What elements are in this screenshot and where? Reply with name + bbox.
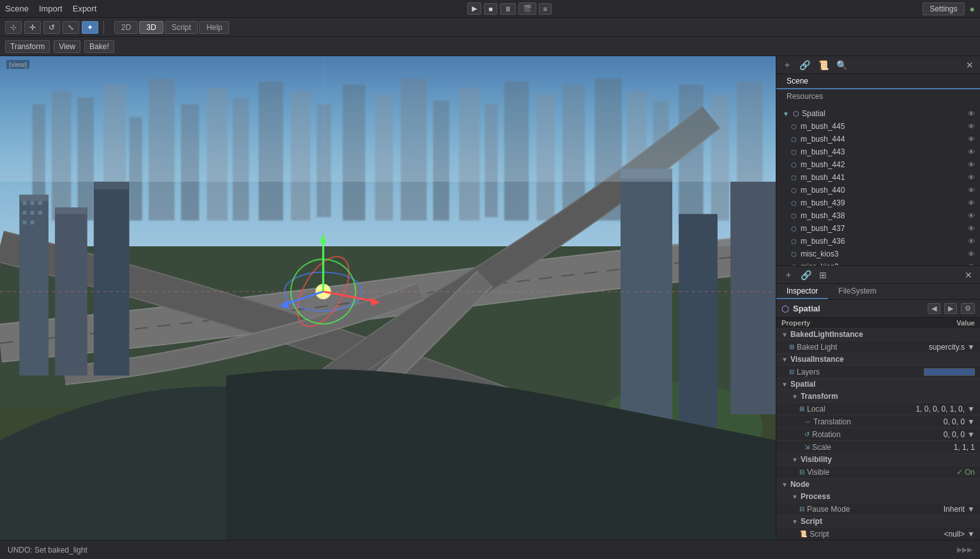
scene-tree[interactable]: ▼ ⬡ Spatial 👁 ⬡ m_bush_445 👁 ⬡ m_bush_44… [776, 105, 980, 265]
tree-item-3[interactable]: ⬡ m_bush_442 👁 [776, 158, 980, 171]
rotate-tool[interactable]: ↺ [43, 21, 60, 34]
inspector-settings-btn[interactable]: ⚙ [961, 303, 975, 314]
prop-value-script[interactable]: <null> ▼ [892, 530, 975, 539]
inspector-add-btn[interactable]: ＋ [781, 268, 795, 282]
scale-tool[interactable]: ⤡ [63, 21, 79, 34]
translation-dropdown[interactable]: ▼ [967, 417, 975, 426]
prop-value-translation[interactable]: 0, 0, 0 ▼ [892, 417, 975, 426]
section-visibility[interactable]: ▼ Visibility [776, 453, 980, 465]
menu-export[interactable]: Export [73, 4, 97, 13]
play-button[interactable]: ▶ [467, 3, 481, 15]
tree-item-0[interactable]: ⬡ m_bush_445 👁 [776, 120, 980, 133]
prop-layers[interactable]: ⊟ Layers [776, 365, 980, 378]
tree-close[interactable]: ✕ [963, 59, 976, 71]
prop-value-scale[interactable]: 1, 1, 1 [892, 443, 975, 452]
prop-rotation[interactable]: ↺ Rotation 0, 0, 0 ▼ [776, 428, 980, 440]
movie-button[interactable]: 🎬 [518, 3, 536, 15]
property-col-header: Property [781, 319, 898, 327]
svg-rect-38 [94, 182, 130, 190]
section-process[interactable]: ▼ Process [776, 490, 980, 502]
item-eye-5[interactable]: 👁 [968, 186, 975, 194]
inspector-next-btn[interactable]: ▶ [944, 303, 957, 314]
translation-icon: ↔ [804, 418, 811, 425]
prop-value-rotation[interactable]: 0, 0, 0 ▼ [892, 430, 975, 439]
local-dropdown[interactable]: ▼ [967, 405, 975, 414]
root-eye[interactable]: 👁 [968, 110, 975, 117]
tab-resources[interactable]: Resources [776, 89, 980, 105]
prop-baked-light[interactable]: ⊞ Baked Light supercity.s ▼ [776, 340, 980, 353]
prop-pause-mode[interactable]: ⊟ Pause Mode Inherit ▼ [776, 502, 980, 515]
prop-translation[interactable]: ↔ Translation 0, 0, 0 ▼ [776, 415, 980, 428]
transform-tool[interactable]: ✦ [82, 21, 98, 34]
tree-item-10[interactable]: ⬡ misc_kios3 👁 [776, 248, 980, 260]
select-tool[interactable]: ⊹ [5, 21, 22, 34]
tree-item-4[interactable]: ⬡ m_bush_441 👁 [776, 171, 980, 184]
item-eye-1[interactable]: 👁 [968, 135, 975, 143]
section-script[interactable]: ▼ Script [776, 515, 980, 527]
prop-value-baked-light[interactable]: supercity.s ▼ [892, 343, 975, 352]
tree-item-1[interactable]: ⬡ m_bush_444 👁 [776, 133, 980, 145]
prop-value-layers[interactable] [892, 368, 975, 376]
tab-inspector[interactable]: Inspector [776, 284, 828, 299]
section-transform[interactable]: ▼ Transform [776, 390, 980, 402]
viewport[interactable]: [view] [0, 56, 776, 540]
prop-script[interactable]: 📜 Script <null> ▼ [776, 527, 980, 540]
prop-scale[interactable]: ⇲ Scale 1, 1, 1 [776, 440, 980, 453]
tab-scene[interactable]: Scene [776, 74, 980, 89]
tree-item-11[interactable]: ⬡ misc_kios2 👁 [776, 260, 980, 265]
item-eye-6[interactable]: 👁 [968, 199, 975, 207]
rotation-dropdown[interactable]: ▼ [967, 430, 975, 439]
tree-item-8[interactable]: ⬡ m_bush_437 👁 [776, 222, 980, 235]
tab-filesystem[interactable]: FileSystem [828, 284, 886, 299]
stop-button[interactable]: ■ [484, 3, 497, 15]
tree-item-root[interactable]: ▼ ⬡ Spatial 👁 [776, 107, 980, 120]
move-tool[interactable]: ✛ [24, 21, 41, 34]
settings-button[interactable]: Settings [923, 3, 964, 15]
section-spatial[interactable]: ▼ Spatial [776, 378, 980, 390]
tree-item-7[interactable]: ⬡ m_bush_438 👁 [776, 209, 980, 222]
prop-value-visible[interactable]: ✓ On [892, 468, 975, 477]
tree-instance-button[interactable]: 🔗 [797, 59, 813, 71]
script-dropdown[interactable]: ▼ [967, 530, 975, 539]
item-eye-2[interactable]: 👁 [968, 148, 975, 156]
baked-light-dropdown[interactable]: ▼ [967, 343, 975, 352]
tree-attach-script[interactable]: 📜 [815, 59, 831, 71]
item-eye-0[interactable]: 👁 [968, 123, 975, 130]
tree-item-6[interactable]: ⬡ m_bush_439 👁 [776, 197, 980, 209]
view-menu[interactable]: View [54, 40, 80, 53]
layers-bar[interactable] [924, 368, 975, 376]
inspector-prev-btn[interactable]: ◀ [928, 303, 940, 314]
tree-item-2[interactable]: ⬡ m_bush_443 👁 [776, 145, 980, 158]
prop-local[interactable]: ⊞ Local 1, 0, 0, 0, 1, 0, ▼ [776, 402, 980, 415]
item-eye-10[interactable]: 👁 [968, 250, 975, 258]
section-baked-light-instance[interactable]: ▼ BakedLightInstance [776, 328, 980, 340]
item-eye-4[interactable]: 👁 [968, 174, 975, 181]
more-button[interactable]: ≡ [539, 3, 552, 15]
prop-value-local[interactable]: 1, 0, 0, 0, 1, 0, ▼ [892, 405, 975, 414]
inspector-layout-btn[interactable]: ⊞ [817, 269, 829, 281]
item-eye-9[interactable]: 👁 [968, 237, 975, 245]
section-node[interactable]: ▼ Node [776, 478, 980, 490]
bake-button[interactable]: Bake! [84, 40, 114, 53]
tree-item-9[interactable]: ⬡ m_bush_436 👁 [776, 235, 980, 248]
pause-mode-dropdown[interactable]: ▼ [967, 505, 975, 514]
transform-menu[interactable]: Transform [5, 40, 50, 53]
prop-visible[interactable]: ⊟ Visible ✓ On [776, 465, 980, 478]
tab-3d[interactable]: 3D [139, 21, 163, 34]
menu-import[interactable]: Import [39, 4, 63, 13]
inspector-link-btn[interactable]: 🔗 [798, 269, 814, 281]
tab-script[interactable]: Script [165, 21, 199, 34]
pause-button[interactable]: ⏸ [500, 3, 516, 15]
tree-filter[interactable]: 🔍 [834, 59, 850, 71]
prop-value-pause-mode[interactable]: Inherit ▼ [892, 505, 975, 514]
section-visual-instance[interactable]: ▼ VisualInstance [776, 353, 980, 365]
tree-add-button[interactable]: ＋ [780, 58, 794, 72]
menu-scene[interactable]: Scene [5, 4, 29, 13]
tab-help[interactable]: Help [199, 21, 229, 34]
tab-2d[interactable]: 2D [114, 21, 138, 34]
inspector-close-btn[interactable]: ✕ [962, 269, 975, 281]
item-eye-7[interactable]: 👁 [968, 212, 975, 220]
item-eye-8[interactable]: 👁 [968, 225, 975, 232]
tree-item-5[interactable]: ⬡ m_bush_440 👁 [776, 184, 980, 197]
item-eye-3[interactable]: 👁 [968, 161, 975, 168]
